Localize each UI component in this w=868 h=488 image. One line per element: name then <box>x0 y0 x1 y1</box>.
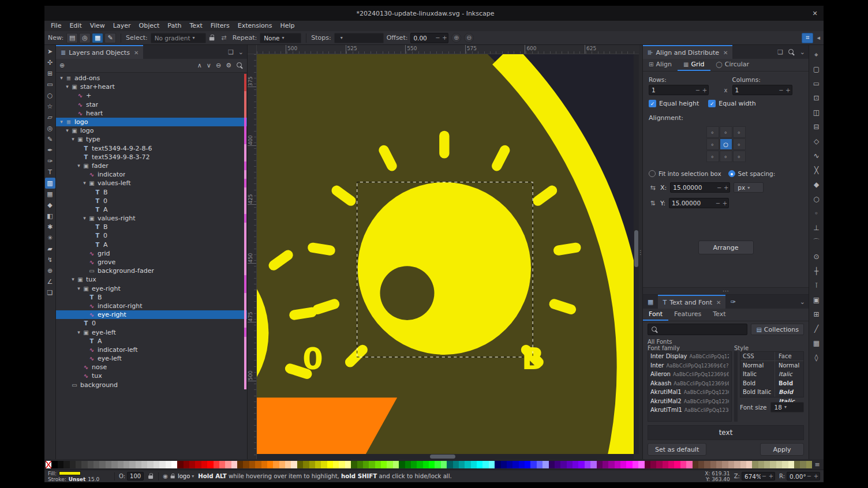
palette-swatch[interactable] <box>482 461 488 468</box>
layer-tag-color[interactable] <box>244 179 246 187</box>
layer-row[interactable]: ▾▣tux <box>56 275 247 284</box>
palette-swatch[interactable] <box>375 461 381 468</box>
layer-tag-color[interactable] <box>244 126 246 135</box>
layer-tag-color[interactable] <box>244 231 246 240</box>
expand-arrow-icon[interactable]: ▾ <box>76 162 82 170</box>
palette-swatch[interactable] <box>124 461 129 468</box>
palette-swatch[interactable] <box>111 461 117 468</box>
palette-swatch[interactable] <box>267 461 273 468</box>
palette-swatch[interactable] <box>327 461 333 468</box>
palette-swatch[interactable] <box>620 461 626 468</box>
palette-swatch[interactable] <box>465 461 470 468</box>
palette-swatch[interactable] <box>573 461 578 468</box>
rows-spinbox-decrement-button[interactable]: − <box>694 87 701 93</box>
layer-tag-color[interactable] <box>244 310 246 319</box>
align-tab-align[interactable]: ⊞Align <box>643 59 678 71</box>
offset-spinbox-decrement-button[interactable]: − <box>434 35 441 41</box>
tab-swatches[interactable]: ▦ <box>643 295 658 309</box>
layer-tag-color[interactable] <box>244 381 246 389</box>
font-family-item[interactable]: AileronAaBbCcIiPpQq12369$€¢ <box>648 370 731 379</box>
palette-swatch[interactable] <box>363 461 369 468</box>
palette-swatch[interactable] <box>608 461 614 468</box>
palette-swatch[interactable] <box>195 461 201 468</box>
palette-swatch[interactable] <box>231 461 237 468</box>
layer-row[interactable]: TA <box>56 241 247 249</box>
anchor-top-center[interactable]: ∘ <box>720 126 732 138</box>
palette-swatch[interactable] <box>788 461 794 468</box>
vertical-ruler[interactable]: 375400425450475500 <box>248 54 257 459</box>
palette-swatch[interactable] <box>393 461 399 468</box>
palette-swatch[interactable] <box>357 461 363 468</box>
palette-swatch[interactable] <box>261 461 267 468</box>
rotation-spinbox-decrement-button[interactable]: − <box>806 473 813 479</box>
tool-rectangle[interactable]: ▭ <box>45 79 55 90</box>
ruler-origin-corner[interactable] <box>248 45 257 54</box>
columns-spinbox-decrement-button[interactable]: − <box>778 87 785 93</box>
palette-swatch[interactable] <box>782 461 788 468</box>
palette-swatch[interactable] <box>51 461 57 468</box>
palette-swatch[interactable] <box>716 461 722 468</box>
palette-swatch[interactable] <box>99 461 105 468</box>
dock-divider[interactable]: ⋯ <box>643 287 809 295</box>
palette-swatch[interactable] <box>411 461 417 468</box>
layer-row[interactable]: TA <box>56 205 247 214</box>
tool-dropper[interactable]: ◆ <box>45 200 55 211</box>
palette-swatch[interactable] <box>663 461 668 468</box>
palette-swatch[interactable] <box>154 461 159 468</box>
search-objects-icon[interactable] <box>236 62 244 69</box>
arrange-button[interactable]: Arrange <box>698 241 754 254</box>
font-tab-text[interactable]: Text <box>707 309 731 321</box>
palette-swatch[interactable] <box>351 461 357 468</box>
palette-swatch[interactable] <box>764 461 770 468</box>
palette-swatch[interactable] <box>58 461 63 468</box>
snap-object-centers[interactable]: ⊙ <box>811 249 822 264</box>
layer-tag-color[interactable] <box>244 109 246 118</box>
rotation-spinbox[interactable]: 0.00°−+ <box>787 472 820 481</box>
horizontal-ruler[interactable]: 500525550575600625 <box>257 45 639 54</box>
palette-swatch[interactable] <box>638 461 644 468</box>
layer-row[interactable]: TA <box>56 337 247 346</box>
layer-tag-color[interactable] <box>244 135 246 144</box>
palette-swatch[interactable] <box>758 461 764 468</box>
anchor-top-left[interactable]: ∘ <box>706 126 719 138</box>
font-search-input[interactable] <box>648 324 747 335</box>
close-font-tab-icon[interactable]: ✕ <box>716 299 721 306</box>
palette-swatch[interactable] <box>423 461 429 468</box>
snap-rotation-centers[interactable]: ┼ <box>811 264 822 278</box>
drawing-svg[interactable]: 0 B <box>257 54 639 459</box>
stops-dropdown[interactable]: ▾ <box>334 33 384 43</box>
snap-text-baselines[interactable]: ⊺ <box>811 278 822 292</box>
expand-arrow-icon[interactable]: ▾ <box>64 126 70 135</box>
palette-swatch[interactable] <box>590 461 596 468</box>
tool-shape-builder[interactable]: ⊞ <box>45 68 55 79</box>
palette-swatch[interactable] <box>118 461 124 468</box>
expand-arrow-icon[interactable]: ▾ <box>76 328 82 337</box>
snap-bbox-edge-midpoints[interactable]: ◫ <box>811 105 822 119</box>
layer-row[interactable]: ∿grove <box>56 258 247 266</box>
palette-swatch[interactable] <box>722 461 728 468</box>
font-style-item[interactable]: ItalicItalic <box>740 370 803 379</box>
snap-perpendicular[interactable]: ⊥ <box>811 220 822 235</box>
mesh-gradient-button[interactable]: ▦ <box>92 33 103 43</box>
menu-view[interactable]: View <box>86 21 109 31</box>
palette-swatch[interactable] <box>512 461 518 468</box>
snap-bbox-edges[interactable]: ▭ <box>811 76 822 91</box>
lower-layer-button[interactable]: ∨ <box>207 62 211 69</box>
snap-global-toggle[interactable]: ⌖ <box>811 47 822 62</box>
zoom-spinbox[interactable]: 674%−+ <box>742 472 775 481</box>
layer-tag-color[interactable] <box>244 319 246 328</box>
lock-icon[interactable] <box>148 473 154 479</box>
palette-swatch[interactable] <box>453 461 459 468</box>
palette-swatch[interactable] <box>752 461 758 468</box>
expand-arrow-icon[interactable]: ▾ <box>81 214 88 223</box>
palette-swatch[interactable] <box>537 461 542 468</box>
x-spacing-spinbox-increment-button[interactable]: + <box>723 185 729 191</box>
palette-swatch[interactable] <box>435 461 440 468</box>
palette-swatch[interactable] <box>387 461 392 468</box>
snap-toggle-button[interactable]: ⌗ <box>802 33 813 43</box>
palette-swatch[interactable] <box>441 461 447 468</box>
close-window-button[interactable]: ✕ <box>806 10 824 17</box>
palette-swatch[interactable] <box>237 461 243 468</box>
font-tab-features[interactable]: Features <box>668 309 707 321</box>
menu-path[interactable]: Path <box>163 21 185 31</box>
